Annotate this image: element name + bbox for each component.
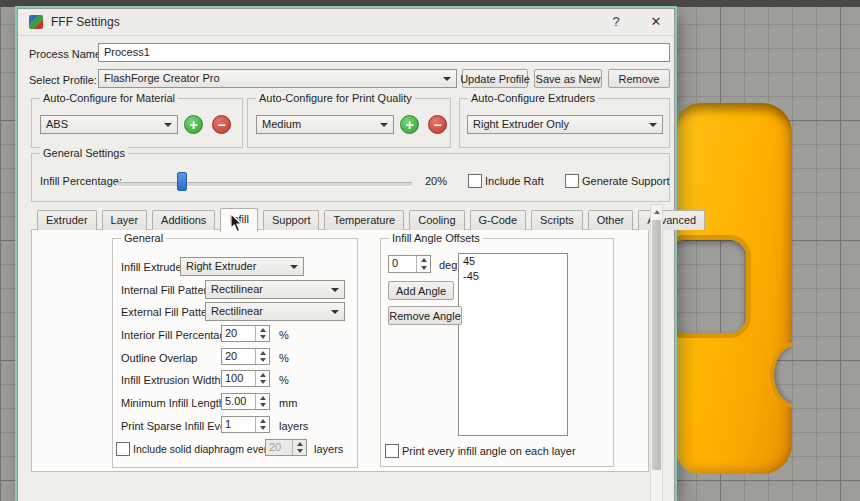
- unit-label: %: [279, 374, 289, 386]
- spin-down-icon[interactable]: [256, 357, 269, 365]
- save-as-new-button[interactable]: Save as New: [534, 69, 602, 88]
- infill-percentage-slider-track[interactable]: [116, 182, 412, 187]
- remove-angle-button[interactable]: Remove Angle: [388, 306, 462, 325]
- spin-down-icon[interactable]: [256, 379, 269, 387]
- solid-diaphragm-checkbox[interactable]: [116, 442, 130, 456]
- close-button[interactable]: ✕: [646, 13, 666, 31]
- internal-fill-pattern-label: Internal Fill Pattern: [121, 284, 213, 296]
- spin-up-icon: [293, 440, 306, 448]
- interior-fill-percentage-label: Interior Fill Percentage: [121, 329, 232, 341]
- group-title: General: [121, 232, 166, 244]
- include-raft-checkbox[interactable]: [468, 174, 482, 188]
- print-sparse-infill-label: Print Sparse Infill Every: [121, 420, 235, 432]
- mouse-cursor-icon: [228, 213, 244, 233]
- spin-up-icon[interactable]: [256, 417, 269, 425]
- model-side-notch: [774, 346, 792, 404]
- tab-additions[interactable]: Additions: [152, 210, 215, 230]
- outline-overlap-label: Outline Overlap: [121, 352, 197, 364]
- tab-gcode[interactable]: G-Code: [470, 210, 527, 230]
- spin-down-icon[interactable]: [256, 402, 269, 410]
- group-title: Infill Angle Offsets: [389, 232, 483, 244]
- model-phone-case[interactable]: [676, 103, 792, 474]
- profile-select[interactable]: FlashForge Creator Pro: [98, 69, 457, 88]
- chevron-down-icon: [443, 77, 451, 81]
- unit-label: mm: [279, 397, 297, 409]
- chevron-down-icon: [331, 310, 339, 314]
- scrollbar-thumb[interactable]: [652, 220, 661, 470]
- minimum-infill-length-stepper[interactable]: 5.00: [221, 393, 270, 410]
- add-quality-button[interactable]: +: [400, 115, 419, 134]
- tab-layer[interactable]: Layer: [102, 210, 148, 230]
- spin-down-icon[interactable]: [256, 425, 269, 433]
- group-title: Auto-Configure for Material: [40, 92, 178, 104]
- internal-fill-pattern-select[interactable]: Rectilinear: [205, 280, 345, 299]
- auto-configure-extruders-group: Auto-Configure Extruders Right Extruder …: [459, 98, 670, 148]
- tab-advanced[interactable]: Advanced: [638, 210, 705, 230]
- spin-up-icon[interactable]: [256, 371, 269, 379]
- group-title: General Settings: [40, 147, 128, 159]
- extruders-select[interactable]: Right Extruder Only: [467, 115, 663, 134]
- remove-quality-button[interactable]: −: [428, 115, 447, 134]
- remove-profile-button[interactable]: Remove: [608, 69, 670, 88]
- settings-tab-bar: Extruder Layer Additions Infill Support …: [37, 208, 705, 230]
- unit-label: %: [279, 352, 289, 364]
- tab-temperature[interactable]: Temperature: [324, 210, 404, 230]
- angle-list-item[interactable]: -45: [459, 269, 567, 284]
- select-profile-label: Select Profile:: [29, 74, 97, 86]
- infill-extrusion-width-stepper[interactable]: 100: [221, 370, 270, 387]
- material-select[interactable]: ABS: [40, 115, 178, 134]
- spin-down-icon[interactable]: [256, 334, 269, 342]
- fff-settings-dialog: FFF Settings ? ✕ Process Name: Process1 …: [17, 8, 675, 501]
- infill-extrusion-width-label: Infill Extrusion Width: [121, 374, 221, 386]
- spin-up-icon[interactable]: [256, 394, 269, 402]
- angle-list-item[interactable]: 45: [459, 254, 567, 269]
- add-angle-button[interactable]: Add Angle: [388, 281, 454, 300]
- model-camera-cutout: [676, 240, 746, 333]
- interior-fill-percentage-stepper[interactable]: 20: [221, 325, 270, 342]
- tab-support[interactable]: Support: [263, 210, 320, 230]
- update-profile-button[interactable]: Update Profile: [462, 69, 528, 88]
- infill-extruder-label: Infill Extruder: [121, 261, 185, 273]
- add-material-button[interactable]: +: [184, 115, 203, 134]
- angle-stepper[interactable]: 0: [388, 255, 431, 273]
- plate-edge: [0, 0, 860, 7]
- scroll-up-button[interactable]: [651, 205, 662, 218]
- chevron-down-icon: [164, 123, 172, 127]
- chevron-down-icon: [290, 265, 298, 269]
- spin-down-icon[interactable]: [417, 264, 430, 272]
- outline-overlap-stepper[interactable]: 20: [221, 348, 270, 365]
- help-button[interactable]: ?: [606, 13, 626, 31]
- unit-label: layers: [279, 420, 308, 432]
- print-sparse-infill-stepper[interactable]: 1: [221, 416, 270, 433]
- tab-other[interactable]: Other: [588, 210, 634, 230]
- unit-label: %: [279, 329, 289, 341]
- remove-material-button[interactable]: −: [212, 115, 231, 134]
- print-every-angle-checkbox[interactable]: [385, 444, 399, 458]
- spin-up-icon[interactable]: [417, 256, 430, 264]
- dialog-scrollbar[interactable]: [650, 204, 663, 501]
- quality-select[interactable]: Medium: [256, 115, 394, 134]
- infill-extruder-select[interactable]: Right Extruder: [180, 257, 304, 276]
- spin-up-icon[interactable]: [256, 349, 269, 357]
- chevron-down-icon: [649, 123, 657, 127]
- print-every-angle-label: Print every infill angle on each layer: [402, 445, 576, 457]
- process-name-input[interactable]: Process1: [98, 43, 670, 62]
- infill-angle-offsets-group: Infill Angle Offsets 0 deg 45 -45 Add An…: [380, 238, 614, 467]
- spin-up-icon[interactable]: [256, 326, 269, 334]
- deg-unit-label: deg: [439, 259, 457, 271]
- solid-diaphragm-label: Include solid diaphragm every: [133, 443, 273, 455]
- tab-cooling[interactable]: Cooling: [409, 210, 464, 230]
- title-bar[interactable]: FFF Settings ? ✕: [18, 9, 674, 36]
- generate-support-label: Generate Support: [582, 175, 669, 187]
- infill-general-group: General Infill Extruder Right Extruder I…: [112, 238, 358, 468]
- angle-listbox[interactable]: 45 -45: [458, 253, 568, 436]
- tab-scripts[interactable]: Scripts: [531, 210, 583, 230]
- infill-percentage-slider-handle[interactable]: [177, 172, 187, 191]
- generate-support-checkbox[interactable]: [565, 174, 579, 188]
- dialog-title: FFF Settings: [51, 15, 120, 29]
- external-fill-pattern-select[interactable]: Rectilinear: [205, 302, 345, 321]
- tab-extruder[interactable]: Extruder: [37, 210, 97, 230]
- include-raft-label: Include Raft: [485, 175, 544, 187]
- minimum-infill-length-label: Minimum Infill Length: [121, 397, 225, 409]
- group-title: Auto-Configure Extruders: [468, 92, 598, 104]
